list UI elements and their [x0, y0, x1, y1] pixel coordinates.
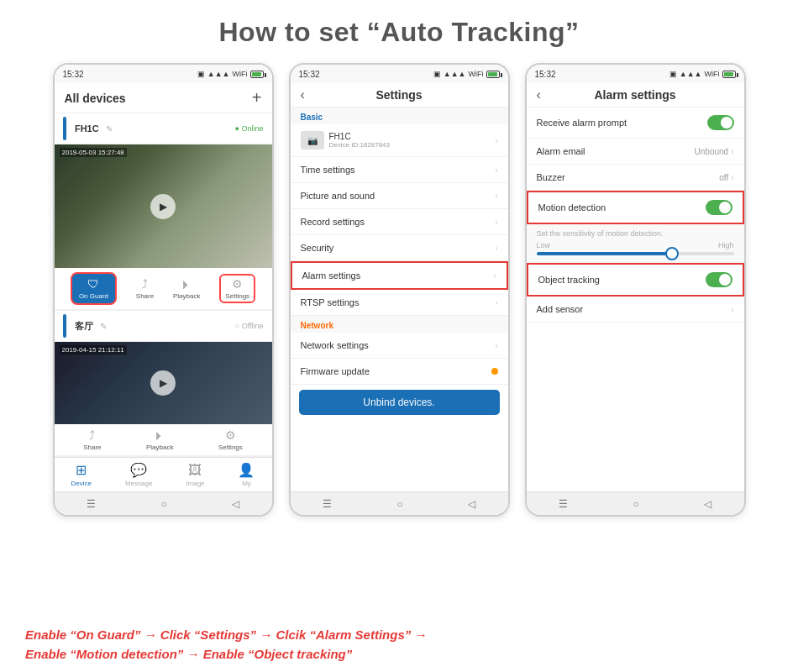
phone1-home-btn[interactable]: ○ [160, 498, 166, 510]
phone1-camera1-view: 2019-05-03 15:27:48 ▶ [55, 144, 272, 268]
camera-icon: 📷 [301, 131, 324, 150]
phone1-camera2-view: 2019-04-15 21:12:11 ▶ [55, 342, 272, 424]
phone3-row-motion: Motion detection [527, 191, 744, 224]
arrow-icon-buzzer: › [731, 173, 733, 182]
edit-icon[interactable]: ✎ [106, 124, 113, 134]
phone1-play-button[interactable]: ▶ [150, 194, 176, 219]
phone3-bottom-bar: ☰ ○ ◁ [527, 491, 744, 515]
phone2-menu-time[interactable]: Time settings › [291, 157, 508, 183]
phone2-device-arrow: › [495, 136, 497, 145]
arrow-icon-picture: › [495, 192, 497, 201]
instructions-line2: Enable “Motion detection” → Enable “Obje… [25, 645, 773, 664]
phone3-home-btn[interactable]: ○ [633, 498, 638, 510]
phone1-camera1-timestamp: 2019-05-03 15:27:48 [60, 148, 127, 157]
phone2-section-network: Network [291, 316, 508, 333]
phone1-settings2-button[interactable]: ⚙ Settings [218, 428, 243, 451]
phone3-slider-fill [537, 252, 675, 255]
phone2-bottom-bar: ☰ ○ ◁ [291, 491, 508, 515]
phone2-back-button[interactable]: ‹ [301, 87, 305, 102]
phone1-header-title: All devices [65, 92, 126, 105]
phone3-back-button[interactable]: ‹ [537, 87, 541, 102]
phone1-add-button[interactable]: + [252, 88, 262, 108]
settings-icon: ⚙ [232, 277, 243, 291]
phone3-row-buzzer[interactable]: Buzzer off › [527, 165, 744, 191]
phone2-status-bar: 15:32 ▣ ▲▲▲ WiFi [291, 65, 508, 83]
phone1-device1-left: FH1C ✎ [63, 117, 113, 140]
profile-icon: 👤 [238, 462, 255, 478]
phone3-back-btn[interactable]: ◁ [704, 498, 711, 510]
phone3-object-tracking-toggle[interactable] [706, 272, 732, 287]
phone1-nav-message[interactable]: 💬 Message [125, 462, 152, 487]
phone1-playback-button[interactable]: ⏵ Playback [173, 277, 200, 300]
playback2-icon: ⏵ [154, 428, 165, 442]
instructions-line1: Enable “On Guard” → Click “Settings” → C… [25, 626, 773, 645]
arrow-icon-time: › [495, 165, 497, 175]
phone1-on-guard-button[interactable]: 🛡 On Guard [71, 272, 117, 305]
phone1-share-button[interactable]: ⤴ Share [136, 277, 154, 300]
phone1-nav-device[interactable]: ⊞ Device [71, 462, 91, 487]
phone3-header-title: Alarm settings [594, 88, 675, 102]
phone1-share2-button[interactable]: ⤴ Share [83, 428, 101, 451]
phone2-menu-picture[interactable]: Picture and sound › [291, 183, 508, 209]
phone3-sensitivity-hint: Set the sensitivity of motion detection. [537, 229, 734, 238]
arrow-icon-alarm: › [493, 271, 496, 281]
phone2-menu-btn[interactable]: ☰ [323, 498, 332, 510]
image-icon: 🖼 [188, 463, 202, 478]
phone2-unbind-button[interactable]: Unbind devices. [299, 390, 500, 415]
phone2-menu-security[interactable]: Security › [291, 235, 508, 261]
shield-icon: 🛡 [87, 277, 99, 291]
edit2-icon[interactable]: ✎ [100, 322, 107, 331]
phone2-device-item[interactable]: 📷 FH1C Device ID:18287843 › [291, 124, 508, 157]
phone1-playback2-button[interactable]: ⏵ Playback [146, 428, 173, 451]
phone2-menu-network[interactable]: Network settings › [291, 333, 508, 359]
page-title: How to set “Auto Tracking” [218, 17, 579, 48]
phone1-back-btn[interactable]: ◁ [232, 498, 239, 510]
phone1-settings-button[interactable]: ⚙ Settings [219, 274, 255, 303]
phone2-battery-icon [486, 71, 500, 78]
arrow-icon-email: › [731, 147, 733, 156]
phone2-menu-record[interactable]: Record settings › [291, 209, 508, 235]
phone2-menu-rtsp[interactable]: RTSP settings › [291, 290, 508, 316]
phone1-camera2-timestamp: 2019-04-15 21:12:11 [60, 345, 127, 354]
phone1-controls2: ⤴ Share ⏵ Playback ⚙ Settings [55, 424, 272, 457]
phone1-menu-btn[interactable]: ☰ [87, 498, 96, 510]
phone3-alarm-prompt-toggle[interactable] [707, 115, 734, 130]
phone1-device2-status: ○ Offline [235, 322, 264, 330]
instructions: Enable “On Guard” → Click “Settings” → C… [17, 626, 781, 664]
phone2-menu-firmware[interactable]: Firmware update [291, 359, 508, 385]
phone1-device1-row: FH1C ✎ ● Online [55, 113, 272, 144]
phone1-bottom-bar: ☰ ○ ◁ [55, 491, 272, 515]
phone3-status-bar: 15:32 ▣ ▲▲▲ WiFi [527, 65, 744, 83]
phone3-row-add-sensor[interactable]: Add sensor › [527, 297, 744, 323]
arrow-icon-security: › [495, 244, 497, 253]
settings2-icon: ⚙ [225, 428, 236, 442]
phone1-nav-image[interactable]: 🖼 Image [186, 463, 204, 487]
playback-icon: ⏵ [181, 277, 192, 291]
battery-icon [250, 71, 264, 78]
phone1-play2-button[interactable]: ▶ [150, 370, 176, 396]
phone3-slider-thumb[interactable] [665, 247, 679, 260]
phone1-status-icons: ▣ ▲▲▲ WiFi [197, 70, 264, 78]
phone2-back-btn[interactable]: ◁ [468, 498, 475, 510]
phone2-section-basic: Basic [291, 108, 508, 124]
phone3-row-object-tracking: Object tracking [527, 263, 744, 297]
arrow-icon-record: › [495, 218, 497, 227]
phone3: 15:32 ▣ ▲▲▲ WiFi ‹ Alarm settings Receiv… [525, 63, 746, 517]
phone1-nav-my[interactable]: 👤 My [238, 462, 255, 487]
arrow-icon-rtsp: › [495, 298, 497, 307]
phone3-menu-btn[interactable]: ☰ [559, 498, 568, 510]
phone3-row-alarm-prompt: Receive alarm prompt [527, 108, 744, 139]
phone1-device2-row: 客厅 ✎ ○ Offline [55, 311, 272, 342]
phone2-header: ‹ Settings [291, 83, 508, 108]
phone2-device-id: Device ID:18287843 [329, 141, 391, 149]
phone3-row-alarm-email[interactable]: Alarm email Unbound › [527, 139, 744, 165]
phone3-header: ‹ Alarm settings [527, 83, 744, 108]
phone2-menu-alarm[interactable]: Alarm settings › [291, 261, 508, 290]
phone1-controls: 🛡 On Guard ⤴ Share ⏵ Playback ⚙ Settings [55, 268, 272, 311]
phone3-sensitivity-slider[interactable] [537, 252, 734, 255]
phone3-content: Receive alarm prompt Alarm email Unbound… [527, 108, 744, 491]
phone2-content: Basic 📷 FH1C Device ID:18287843 › Time s… [291, 108, 508, 491]
phone2-time: 15:32 [299, 70, 320, 79]
phone3-motion-toggle[interactable] [706, 200, 732, 215]
phone2-home-btn[interactable]: ○ [396, 498, 402, 510]
